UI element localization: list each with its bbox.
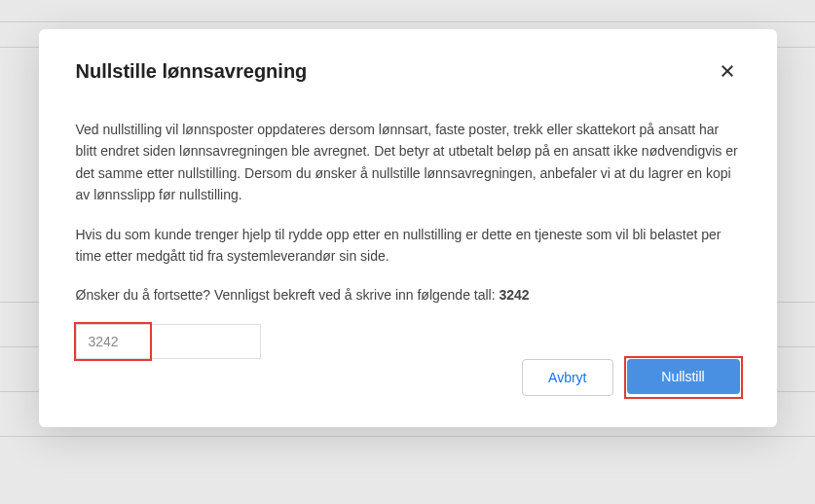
close-button[interactable] xyxy=(715,58,740,84)
modal-overlay: Nullstille lønnsavregning Ved nullstilli… xyxy=(0,0,815,504)
modal-title: Nullstille lønnsavregning xyxy=(76,60,308,83)
warning-paragraph-2: Hvis du som kunde trenger hjelp til rydd… xyxy=(76,224,740,268)
confirm-prompt: Ønsker du å fortsette? Vennligst bekreft… xyxy=(76,284,740,306)
confirm-number-input[interactable] xyxy=(76,324,261,359)
modal-body: Ved nullstilling vil lønnsposter oppdate… xyxy=(76,119,740,359)
warning-paragraph-1: Ved nullstilling vil lønnsposter oppdate… xyxy=(76,119,740,206)
cancel-button[interactable]: Avbryt xyxy=(522,359,612,396)
confirm-prompt-text: Ønsker du å fortsette? Vennligst bekreft… xyxy=(76,287,500,303)
close-icon xyxy=(719,62,736,80)
nullstill-button[interactable]: Nullstill xyxy=(627,359,740,394)
submit-highlight: Nullstill xyxy=(627,359,740,396)
confirm-number: 3242 xyxy=(500,287,530,303)
confirm-input-container xyxy=(76,324,261,359)
modal-footer: Avbryt Nullstill xyxy=(76,359,740,396)
modal-header: Nullstille lønnsavregning xyxy=(76,58,740,84)
reset-payroll-modal: Nullstille lønnsavregning Ved nullstilli… xyxy=(39,29,777,427)
